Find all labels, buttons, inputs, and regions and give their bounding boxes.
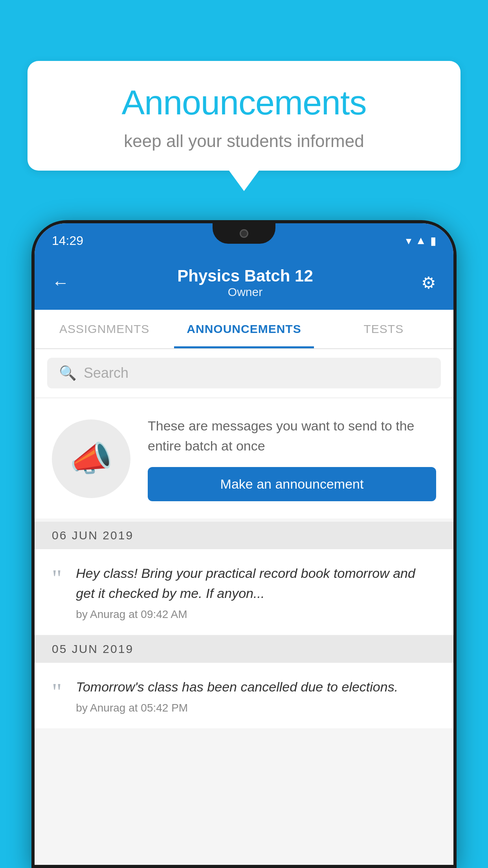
announcement-item-1[interactable]: " Hey class! Bring your practical record… [35,549,453,635]
wifi-icon: ▾ [406,234,411,247]
tab-tests[interactable]: TESTS [314,310,453,348]
phone-frame: 14:29 ▾ ▲ ▮ ← Physics Batch 12 Owner ⚙ A… [31,220,457,868]
make-announcement-button[interactable]: Make an announcement [148,467,436,501]
notch [213,223,275,244]
search-placeholder: Search [84,365,128,381]
announcement-meta-1: by Anurag at 09:42 AM [76,608,436,621]
speech-bubble-container: Announcements keep all your students inf… [28,61,460,191]
date-separator-1: 06 JUN 2019 [35,522,453,549]
announce-right: These are messages you want to send to t… [148,416,436,501]
announcement-icon-circle: 📣 [52,419,130,498]
batch-name: Physics Batch 12 [177,267,313,285]
search-icon: 🔍 [59,365,77,381]
battery-icon: ▮ [430,234,436,247]
back-button[interactable]: ← [52,273,69,292]
speech-bubble: Announcements keep all your students inf… [28,61,460,171]
status-icons: ▾ ▲ ▮ [406,234,436,247]
content-area: 🔍 Search 📣 These are messages you want t… [35,349,453,865]
announcement-item-2[interactable]: " Tomorrow's class has been cancelled du… [35,663,453,729]
bubble-subtitle: keep all your students informed [51,131,437,151]
announcement-content-1: Hey class! Bring your practical record b… [76,563,436,621]
announcement-text-2: Tomorrow's class has been cancelled due … [76,677,436,697]
tab-announcements[interactable]: ANNOUNCEMENTS [174,310,314,348]
search-container: 🔍 Search [35,349,453,397]
announce-section: 📣 These are messages you want to send to… [35,399,453,519]
settings-button[interactable]: ⚙ [421,273,436,292]
tab-assignments[interactable]: ASSIGNMENTS [35,310,174,348]
date-separator-2: 05 JUN 2019 [35,635,453,663]
batch-role: Owner [177,285,313,299]
signal-icon: ▲ [415,234,426,247]
announce-description: These are messages you want to send to t… [148,416,436,456]
quote-icon-1: " [52,566,62,590]
header-center: Physics Batch 12 Owner [177,267,313,299]
megaphone-icon: 📣 [70,438,113,479]
quote-icon-2: " [52,679,62,704]
app-header: ← Physics Batch 12 Owner ⚙ [35,258,453,310]
announcement-content-2: Tomorrow's class has been cancelled due … [76,677,436,714]
bubble-title: Announcements [51,83,437,123]
phone-inner: 14:29 ▾ ▲ ▮ ← Physics Batch 12 Owner ⚙ A… [35,223,453,865]
search-bar[interactable]: 🔍 Search [47,358,441,388]
tabs-bar: ASSIGNMENTS ANNOUNCEMENTS TESTS [35,310,453,349]
announcement-meta-2: by Anurag at 05:42 PM [76,702,436,714]
speech-bubble-tail [229,171,259,191]
announcement-text-1: Hey class! Bring your practical record b… [76,563,436,603]
camera-dot [240,229,248,238]
status-bar: 14:29 ▾ ▲ ▮ [35,223,453,258]
status-time: 14:29 [52,234,83,248]
